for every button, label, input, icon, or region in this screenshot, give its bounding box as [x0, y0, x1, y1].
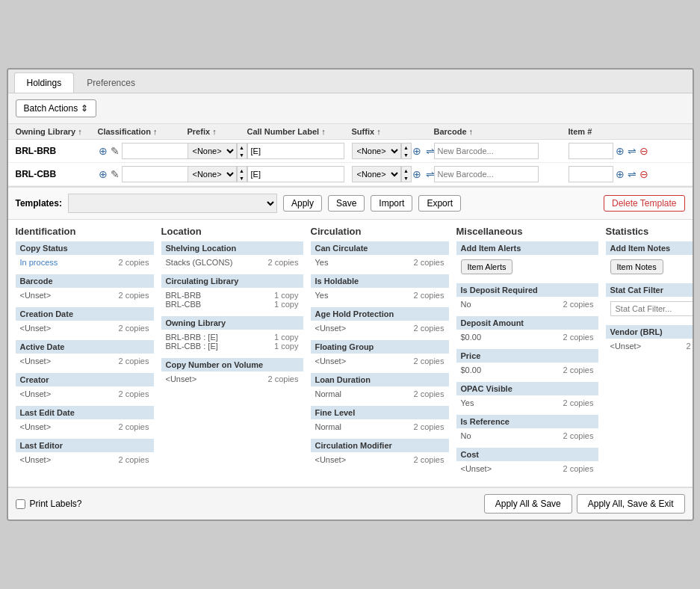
add-item-alerts-group: Add Item Alerts Item Alerts [456, 241, 598, 277]
row1-suffix-down[interactable]: ▼ [402, 151, 411, 158]
can-circulate-count: 2 copies [414, 258, 445, 267]
print-labels-checkbox[interactable] [16, 499, 25, 509]
row2-classification-input[interactable] [122, 166, 189, 182]
last-editor-count: 2 copies [119, 455, 149, 464]
row1-barcode-input[interactable] [434, 143, 539, 159]
row1-edit-classification-icon[interactable]: ✎ [110, 144, 120, 158]
row2-suffix-group: <None> ▲ ▼ [352, 166, 412, 182]
is-reference-val: No [461, 431, 471, 440]
owning-library-value: BRL-BRB : [E] 1 copy BRL-CBB : [E] 1 cop… [161, 331, 303, 352]
row1-prefix-select[interactable]: <None> [188, 143, 237, 159]
row1-barcode-actions: ⊕ ⇌ ⊖ [412, 144, 434, 158]
row1-item-input[interactable] [569, 143, 613, 159]
tab-holdings[interactable]: Holdings [14, 73, 75, 93]
vendor-value: <Unset> 2 copies [606, 340, 694, 352]
row2-prefix-up[interactable]: ▲ [238, 167, 247, 174]
row1-suffix-group: <None> ▲ ▼ [352, 143, 412, 159]
templates-select[interactable] [68, 194, 277, 213]
row1-suffix-up[interactable]: ▲ [402, 144, 411, 151]
row1-item-add-icon[interactable]: ⊕ [615, 144, 625, 158]
row2-edit-classification-icon[interactable]: ✎ [110, 167, 120, 181]
col-barcode: Barcode ↑ [434, 127, 569, 136]
row1-suffix-select[interactable]: <None> [352, 143, 401, 159]
copy-number-count: 2 copies [268, 374, 299, 383]
is-deposit-required-val: No [461, 300, 471, 309]
add-item-alerts-header: Add Item Alerts [456, 241, 598, 255]
batch-actions-label: Batch Actions [24, 103, 78, 114]
tab-preferences[interactable]: Preferences [74, 73, 148, 93]
col-classification: Classification ↑ [98, 127, 188, 136]
row1-item-remove-icon[interactable]: ⊖ [639, 144, 649, 158]
row1-add-classification-icon[interactable]: ⊕ [98, 144, 108, 158]
row2-barcode-add-icon[interactable]: ⊕ [412, 167, 422, 181]
row2-suffix-down[interactable]: ▼ [402, 174, 411, 182]
deposit-amount-group: Deposit Amount $0.00 2 copies [456, 316, 598, 343]
row2-item-input[interactable] [569, 166, 613, 182]
circulating-library-header: Circulating Library [161, 274, 303, 288]
stat-cat-filter-input[interactable] [610, 301, 694, 316]
active-date-value: <Unset> 2 copies [16, 355, 154, 367]
export-button[interactable]: Export [418, 195, 461, 212]
row1-call-number-input[interactable] [247, 143, 344, 159]
row2-add-classification-icon[interactable]: ⊕ [98, 167, 108, 181]
price-value: $0.00 2 copies [456, 364, 598, 376]
row2-suffix-select[interactable]: <None> [352, 166, 401, 182]
loan-duration-value: Normal 2 copies [311, 388, 449, 400]
toolbar: Batch Actions ⇕ [8, 93, 693, 124]
import-button[interactable]: Import [371, 195, 412, 212]
is-deposit-required-value: No 2 copies [456, 298, 598, 310]
footer-right: Apply All & Save Apply All, Save & Exit [484, 494, 685, 514]
copy-status-count: 2 copies [119, 258, 149, 267]
apply-button[interactable]: Apply [283, 195, 322, 212]
row2-barcode-input[interactable] [434, 166, 539, 182]
row2-suffix-up[interactable]: ▲ [402, 167, 411, 174]
row2-call-number-input[interactable] [247, 166, 344, 182]
apply-all-save-button[interactable]: Apply All & Save [484, 494, 572, 514]
price-header: Price [456, 349, 598, 363]
barcode-val: <Unset> [20, 291, 52, 300]
row1-item-link-icon[interactable]: ⇌ [627, 144, 637, 158]
identification-section: Identification Copy Status In process 2 … [16, 226, 154, 481]
creator-value: <Unset> 2 copies [16, 388, 154, 400]
row1-classification-input[interactable] [122, 143, 189, 159]
cost-count: 2 copies [563, 464, 594, 473]
delete-template-button[interactable]: Delete Template [604, 195, 685, 212]
shelving-location-count: 2 copies [268, 258, 299, 267]
fine-level-val: Normal [315, 422, 341, 431]
loan-duration-count: 2 copies [414, 389, 445, 398]
item-notes-button[interactable]: Item Notes [610, 259, 663, 274]
row2-item-add-icon[interactable]: ⊕ [615, 167, 625, 181]
floating-group-header: Floating Group [311, 340, 449, 354]
table-row: BRL-CBB ⊕ ✎ ▲ ▼ <None> ▲ ▼ <No [8, 163, 693, 186]
opac-visible-header: OPAC Visible [456, 382, 598, 395]
age-hold-val: <Unset> [315, 324, 347, 333]
sections-container: Identification Copy Status In process 2 … [8, 220, 693, 487]
item-alerts-button[interactable]: Item Alerts [461, 259, 513, 274]
last-editor-group: Last Editor <Unset> 2 copies [16, 439, 154, 466]
owning-library-group: Owning Library BRL-BRB : [E] 1 copy BRL-… [161, 316, 303, 352]
cost-group: Cost <Unset> 2 copies [456, 448, 598, 475]
is-reference-count: 2 copies [563, 431, 594, 440]
row2-prefix-select[interactable]: <None> [188, 166, 237, 182]
creation-date-header: Creation Date [16, 307, 154, 321]
deposit-amount-count: 2 copies [563, 333, 594, 342]
apply-all-save-exit-button[interactable]: Apply All, Save & Exit [577, 494, 685, 514]
row2-item-link-icon[interactable]: ⇌ [627, 167, 637, 181]
opac-visible-count: 2 copies [563, 398, 594, 407]
row1-barcode-add-icon[interactable]: ⊕ [412, 144, 422, 158]
save-button[interactable]: Save [328, 195, 365, 212]
col-prefix: Prefix ↑ [188, 127, 247, 136]
own-lib-entry-2: BRL-CBB : [E] 1 copy [166, 342, 299, 351]
cost-header: Cost [456, 448, 598, 461]
is-holdable-value: Yes 2 copies [311, 289, 449, 301]
row2-prefix-down[interactable]: ▼ [238, 174, 247, 182]
circ-modifier-count: 2 copies [414, 455, 445, 464]
last-editor-value: <Unset> 2 copies [16, 454, 154, 466]
owning-library-header: Owning Library [161, 316, 303, 330]
circ-modifier-value: <Unset> 2 copies [311, 454, 449, 466]
vendor-val: <Unset> [610, 342, 642, 351]
row2-item-remove-icon[interactable]: ⊖ [639, 167, 649, 181]
batch-actions-button[interactable]: Batch Actions ⇕ [16, 99, 97, 117]
row1-prefix-down[interactable]: ▼ [238, 151, 247, 158]
row1-prefix-up[interactable]: ▲ [238, 144, 247, 151]
